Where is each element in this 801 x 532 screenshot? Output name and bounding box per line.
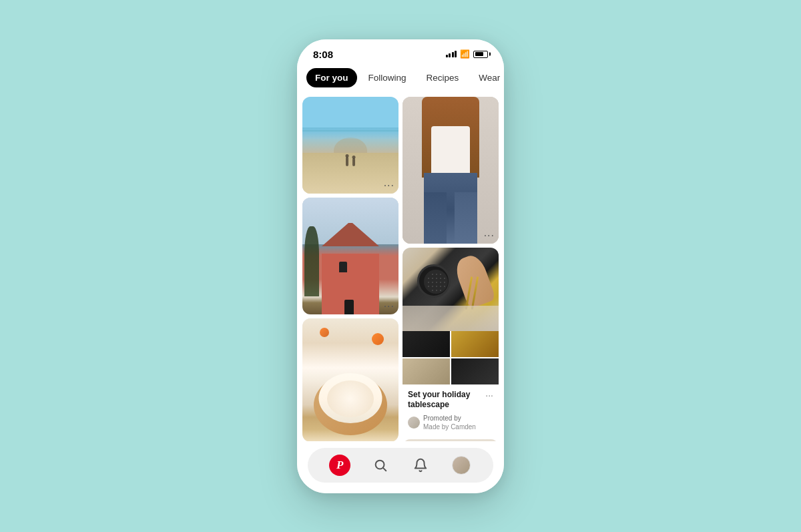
status-time: 8:08 bbox=[313, 49, 333, 60]
status-icons: 📶 bbox=[446, 49, 489, 59]
phone-frame: 8:08 📶 For you Following Recipes Wear bbox=[297, 39, 504, 493]
nav-search[interactable] bbox=[368, 453, 392, 477]
pin-table-mosaic bbox=[403, 331, 499, 384]
battery-fill bbox=[475, 52, 484, 56]
nav-profile[interactable] bbox=[449, 453, 473, 477]
content-area: ··· bbox=[297, 94, 504, 441]
pin-room-image bbox=[403, 439, 499, 441]
pin-grid: ··· bbox=[297, 94, 504, 441]
pin-table-card[interactable]: Set your holiday tablescape ··· Promoted… bbox=[403, 248, 499, 435]
pin-food-card[interactable] bbox=[302, 318, 398, 441]
pin-house-card[interactable]: ··· bbox=[302, 198, 398, 314]
more-dots-table[interactable]: ··· bbox=[485, 390, 493, 401]
tab-for-you[interactable]: For you bbox=[306, 68, 357, 87]
nav-home[interactable]: P bbox=[328, 453, 352, 477]
pin-table-image-top bbox=[403, 248, 499, 331]
bottom-nav: P bbox=[297, 441, 504, 493]
pin-house-image bbox=[302, 198, 398, 314]
pin-table-title: Set your holiday tablescape bbox=[408, 390, 485, 411]
pin-promoted-info: Promoted by Made by Camden bbox=[408, 414, 493, 431]
pin-fashion-image bbox=[403, 97, 499, 244]
left-column: ··· bbox=[302, 97, 398, 441]
promoted-text: Promoted by Made by Camden bbox=[423, 414, 476, 431]
more-dots-beach[interactable]: ··· bbox=[384, 180, 394, 191]
status-bar: 8:08 📶 bbox=[297, 39, 504, 64]
more-dots-house[interactable]: ··· bbox=[384, 301, 394, 312]
more-dots-fashion[interactable]: ··· bbox=[484, 230, 495, 241]
tab-following[interactable]: Following bbox=[360, 68, 415, 87]
beach-figures bbox=[346, 157, 355, 166]
pin-fashion-card[interactable]: ··· bbox=[403, 97, 499, 244]
tab-wear[interactable]: Wear bbox=[470, 68, 504, 87]
pin-beach-card[interactable]: ··· bbox=[302, 97, 398, 194]
profile-avatar bbox=[452, 456, 471, 475]
pin-food-image bbox=[302, 318, 398, 441]
pin-table-label: Set your holiday tablescape ··· Promoted… bbox=[403, 384, 499, 435]
tab-recipes[interactable]: Recipes bbox=[418, 68, 468, 87]
promoted-avatar bbox=[408, 417, 420, 429]
bell-icon bbox=[413, 458, 428, 473]
promoted-brand: Made by Camden bbox=[423, 423, 476, 431]
pin-beach-image bbox=[302, 97, 398, 194]
tabs-bar: For you Following Recipes Wear bbox=[297, 64, 504, 94]
search-icon bbox=[373, 458, 388, 473]
wifi-icon: 📶 bbox=[460, 49, 470, 59]
pin-room-card[interactable] bbox=[403, 439, 499, 441]
pinterest-p: P bbox=[336, 459, 343, 472]
svg-line-1 bbox=[383, 468, 386, 471]
pinterest-logo: P bbox=[329, 455, 350, 476]
signal-icon bbox=[446, 51, 457, 57]
nav-pill: P bbox=[308, 448, 493, 483]
right-column: ··· bbox=[403, 97, 499, 441]
nav-notifications[interactable] bbox=[409, 453, 433, 477]
battery-icon bbox=[473, 51, 488, 58]
